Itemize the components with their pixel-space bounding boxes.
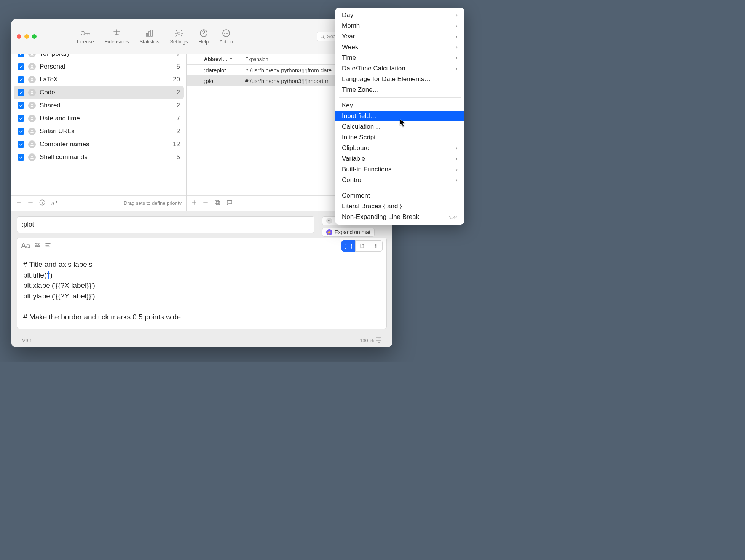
sidebar-footer: A✦ Drag sets to define priority: [11, 195, 186, 211]
chevron-right-icon: ›: [455, 43, 458, 51]
menu-item-literal-braces-and[interactable]: Literal Braces { and }: [335, 201, 464, 212]
sidebar-item-shell-commands[interactable]: Shell commands5: [14, 151, 184, 164]
sidebar-item-latex[interactable]: LaTeX20: [14, 73, 184, 86]
chevron-right-icon: ›: [455, 155, 458, 163]
sliders-icon[interactable]: [34, 242, 41, 250]
menu-item-week[interactable]: Week›: [335, 42, 464, 53]
fullscreen-window-button[interactable]: [32, 34, 37, 39]
menu-item-date-time-calculation[interactable]: Date/Time Calculation›: [335, 63, 464, 74]
sidebar-item-code[interactable]: Code2: [14, 86, 184, 99]
svg-rect-8: [146, 33, 148, 36]
align-left-icon[interactable]: [45, 242, 51, 250]
person-icon: [28, 102, 36, 109]
person-icon: [28, 54, 36, 57]
sidebar-item-date-and-time[interactable]: Date and time7: [14, 112, 184, 125]
checkbox-icon[interactable]: [18, 89, 24, 96]
insert-placeholder-button[interactable]: {…}: [341, 240, 355, 252]
menu-item-calculation[interactable]: Calculation…: [335, 121, 464, 132]
menu-item-key[interactable]: Key…: [335, 100, 464, 111]
version-label: V9.1: [22, 338, 32, 343]
drag-hint: Drag sets to define priority: [124, 200, 182, 206]
duplicate-snippet-button[interactable]: [214, 199, 221, 207]
info-icon[interactable]: [39, 199, 46, 207]
toolbar-action[interactable]: Action: [219, 28, 233, 45]
col-abbreviation[interactable]: Abbrevi… ⌃: [200, 54, 241, 64]
checkbox-icon[interactable]: [18, 63, 24, 70]
chevron-right-icon: ›: [455, 54, 458, 62]
menu-item-language-for-date-elements[interactable]: Language for Date Elements…: [335, 74, 464, 85]
menu-item-input-field[interactable]: Input field…: [335, 111, 464, 121]
checkbox-icon[interactable]: [18, 141, 24, 148]
chevron-right-icon: ›: [455, 176, 458, 184]
svg-rect-9: [148, 32, 150, 36]
window-controls: [17, 34, 37, 39]
person-icon: [28, 128, 36, 135]
svg-point-11: [178, 32, 180, 34]
checkbox-icon[interactable]: [18, 54, 24, 57]
search-icon: [320, 34, 325, 39]
menu-item-month[interactable]: Month›: [335, 21, 464, 31]
sidebar-item-temporary[interactable]: Temporary7: [14, 54, 184, 60]
comment-button[interactable]: [226, 199, 233, 207]
expansion-editor: Aa {…} ¶ # Title and axis labels plt.tit…: [17, 238, 387, 329]
chevron-right-icon: ›: [455, 22, 458, 30]
menu-item-comment[interactable]: Comment: [335, 190, 464, 201]
toolbar-statistics[interactable]: Statistics: [139, 28, 159, 45]
close-window-button[interactable]: [17, 34, 21, 39]
checkbox-icon[interactable]: [18, 115, 24, 122]
checkbox-icon[interactable]: [18, 128, 24, 135]
person-icon: [28, 76, 36, 83]
remove-set-button[interactable]: [27, 199, 34, 207]
svg-rect-38: [216, 201, 220, 205]
menu-item-inline-script[interactable]: Inline Script…: [335, 132, 464, 143]
checkbox-icon[interactable]: [18, 76, 24, 83]
menu-item-time[interactable]: Time›: [335, 53, 464, 63]
menu-item-time-zone[interactable]: Time Zone…: [335, 85, 464, 95]
chevron-down-icon[interactable]: ⌄: [376, 340, 381, 343]
toolbar-help[interactable]: Help: [198, 28, 209, 45]
chevron-right-icon: ›: [455, 166, 458, 173]
chevron-right-icon: ›: [455, 33, 458, 40]
sidebar-list: Temporary7Personal5LaTeX20Code2Shared2Da…: [11, 54, 186, 195]
sidebar-item-safari-urls[interactable]: Safari URLs2: [14, 125, 184, 138]
svg-point-28: [31, 156, 33, 157]
zoom-stepper[interactable]: ⌃ ⌄: [376, 337, 381, 343]
svg-point-45: [36, 246, 37, 247]
sort-asc-icon: ⌃: [230, 57, 233, 61]
menu-item-control[interactable]: Control›: [335, 175, 464, 185]
toolbar-extensions[interactable]: Extensions: [105, 28, 129, 45]
menu-item-year[interactable]: Year›: [335, 31, 464, 42]
svg-point-13: [203, 35, 204, 35]
menu-item-non-expanding-line-break[interactable]: Non-Expanding Line Break⌥↩: [335, 212, 464, 222]
checkbox-icon[interactable]: [18, 154, 24, 161]
add-set-button[interactable]: [16, 199, 22, 207]
menu-separator: [339, 188, 461, 188]
insert-context-menu: Day›Month›Year›Week›Time›Date/Time Calcu…: [335, 8, 464, 225]
add-snippet-button[interactable]: [191, 199, 197, 207]
tilde-icon: ~: [326, 218, 332, 224]
expand-trigger-pill[interactable]: ⚡ Expand on mat: [322, 228, 375, 237]
toolbar-settings[interactable]: Settings: [170, 28, 188, 45]
menu-item-built-in-functions[interactable]: Built-in Functions›: [335, 164, 464, 175]
menu-item-variable[interactable]: Variable›: [335, 153, 464, 164]
font-style-button[interactable]: Aa: [21, 241, 30, 250]
minimize-window-button[interactable]: [24, 34, 29, 39]
sidebar-item-personal[interactable]: Personal5: [14, 60, 184, 73]
file-mode-button[interactable]: [355, 240, 369, 252]
toolbar-license[interactable]: License: [77, 28, 94, 45]
magic-icon[interactable]: A✦: [51, 200, 57, 206]
editor-textarea[interactable]: # Title and axis labels plt.title('') pl…: [17, 254, 386, 329]
abbreviation-input[interactable]: ;plot: [17, 216, 314, 233]
svg-point-27: [31, 143, 33, 144]
svg-point-0: [81, 31, 85, 35]
svg-rect-39: [215, 200, 219, 204]
pilcrow-mode-button[interactable]: ¶: [369, 240, 383, 252]
remove-snippet-button[interactable]: [203, 199, 209, 207]
sidebar-item-shared[interactable]: Shared2: [14, 99, 184, 112]
menu-item-day[interactable]: Day›: [335, 10, 464, 21]
menu-item-clipboard[interactable]: Clipboard›: [335, 143, 464, 153]
sidebar-item-computer-names[interactable]: Computer names12: [14, 138, 184, 151]
person-icon: [28, 153, 36, 161]
editor-block: ;plot ~ Case does not ⚡ Expand on mat Aa: [11, 211, 392, 347]
checkbox-icon[interactable]: [18, 102, 24, 109]
